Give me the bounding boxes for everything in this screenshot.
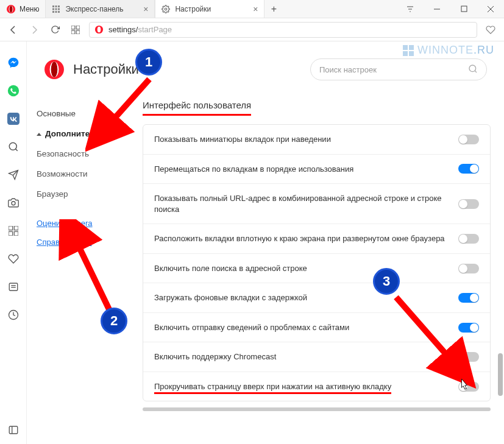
opera-logo-icon	[44, 59, 65, 80]
svg-point-30	[7, 85, 18, 96]
settings-row-label: Включить поле поиска в адресной строке	[154, 263, 451, 274]
settings-row-label: Показывать миниатюры вкладок при наведен…	[154, 134, 451, 145]
window-controls	[397, 0, 504, 18]
toggle-switch[interactable]	[458, 164, 479, 174]
annotation-bubble-2: 2	[101, 308, 127, 334]
new-tab-button[interactable]: +	[264, 0, 283, 18]
forward-button[interactable]	[27, 23, 41, 37]
svg-rect-6	[52, 8, 54, 10]
tab-speed-dial[interactable]: Экспресс-панель ×	[45, 0, 155, 18]
camera-icon[interactable]	[7, 196, 20, 210]
svg-point-25	[98, 27, 101, 32]
close-tab-icon[interactable]: ×	[253, 4, 258, 14]
tab-label: Настройки	[175, 5, 211, 13]
nav-features[interactable]: Возможности	[33, 164, 137, 184]
easy-setup-icon[interactable]	[397, 0, 424, 18]
svg-rect-5	[58, 5, 60, 7]
url-text-dark: settings/	[108, 25, 138, 34]
settings-row: Расположить вкладки вплотную к краю экра…	[143, 224, 490, 254]
maximize-icon[interactable]	[450, 0, 477, 18]
extensions-icon[interactable]	[7, 224, 20, 238]
app-menu-label: Меню	[20, 5, 39, 13]
svg-rect-9	[52, 11, 54, 13]
svg-rect-38	[14, 231, 18, 236]
svg-rect-10	[55, 11, 57, 13]
close-tab-icon[interactable]: ×	[143, 4, 148, 14]
annotation-arrow-3	[390, 291, 488, 389]
svg-point-48	[469, 65, 476, 72]
svg-point-34	[12, 202, 15, 205]
settings-row: Показывать миниатюры вкладок при наведен…	[143, 125, 490, 155]
mouse-cursor-icon	[458, 378, 469, 391]
toggle-switch[interactable]	[458, 135, 479, 144]
search-icon[interactable]	[7, 140, 20, 153]
toggle-switch[interactable]	[458, 199, 479, 209]
settings-search-input[interactable]: Поиск настроек	[310, 58, 487, 80]
address-bar: settings/startPage	[0, 18, 504, 41]
svg-rect-37	[9, 231, 13, 236]
speed-dial-button[interactable]	[68, 23, 83, 37]
svg-rect-20	[71, 26, 75, 29]
news-icon[interactable]	[7, 280, 20, 294]
reload-button[interactable]	[48, 23, 62, 37]
svg-line-53	[70, 228, 110, 311]
send-icon[interactable]	[7, 168, 20, 181]
svg-rect-21	[76, 26, 80, 29]
annotation-arrow-2	[58, 219, 131, 323]
tab-label: Экспресс-панель	[65, 5, 123, 13]
magnifier-icon	[468, 64, 478, 76]
settings-row: Включить поле поиска в адресной строке	[143, 254, 490, 284]
url-input[interactable]: settings/startPage	[89, 22, 477, 38]
annotation-bubble-1: 1	[135, 49, 162, 76]
opera-logo-icon	[6, 4, 16, 14]
history-icon[interactable]	[7, 308, 20, 322]
app-menu-button[interactable]: Меню	[0, 0, 45, 18]
svg-point-32	[9, 143, 16, 150]
tab-settings[interactable]: Настройки ×	[155, 0, 264, 18]
whatsapp-icon[interactable]	[7, 84, 20, 97]
opera-badge-icon	[94, 25, 104, 34]
annotation-bubble-3: 3	[373, 268, 400, 295]
messenger-icon[interactable]	[7, 56, 20, 69]
back-button[interactable]	[6, 23, 21, 37]
svg-rect-17	[461, 6, 467, 12]
sidebar-toggle-icon[interactable]	[7, 423, 20, 437]
settings-row: Перемещаться по вкладкам в порядке испол…	[143, 155, 490, 185]
svg-rect-35	[9, 226, 13, 230]
annotation-arrow-1	[85, 73, 165, 152]
search-placeholder: Поиск настроек	[319, 65, 377, 74]
svg-point-47	[51, 62, 58, 77]
svg-rect-22	[71, 30, 75, 34]
vertical-scrollbar[interactable]	[498, 353, 503, 396]
svg-line-51	[101, 79, 149, 134]
nav-browser[interactable]: Браузер	[33, 184, 137, 204]
settings-row-label: Расположить вкладки вплотную к краю экра…	[154, 233, 451, 244]
svg-rect-3	[52, 5, 54, 7]
settings-panel: Интерфейс пользователя Показывать миниат…	[137, 89, 504, 444]
minimize-icon[interactable]	[424, 0, 450, 18]
settings-row-label: Показывать полный URL-адрес в комбиниров…	[154, 193, 451, 214]
svg-point-12	[165, 8, 168, 10]
gear-icon	[161, 5, 170, 13]
svg-rect-23	[76, 30, 80, 34]
svg-point-2	[10, 5, 13, 12]
svg-line-49	[475, 71, 477, 72]
svg-rect-4	[55, 5, 57, 7]
svg-rect-8	[58, 8, 60, 10]
toggle-switch[interactable]	[458, 264, 479, 273]
close-window-icon[interactable]	[477, 0, 504, 18]
heart-icon[interactable]	[7, 252, 20, 266]
svg-rect-36	[14, 226, 18, 230]
grid-icon	[52, 5, 60, 13]
horizontal-scrollbar[interactable]	[143, 407, 491, 411]
icon-sidebar	[0, 41, 27, 444]
svg-rect-39	[9, 283, 18, 291]
svg-rect-43	[9, 426, 18, 434]
bookmark-heart-icon[interactable]	[483, 23, 498, 37]
window-titlebar: Меню Экспресс-панель × Настройки × +	[0, 0, 504, 18]
svg-rect-11	[58, 11, 60, 13]
svg-rect-7	[55, 8, 57, 10]
toggle-switch[interactable]	[458, 234, 479, 244]
vk-icon[interactable]	[7, 112, 20, 125]
settings-row: Показывать полный URL-адрес в комбиниров…	[143, 184, 490, 224]
